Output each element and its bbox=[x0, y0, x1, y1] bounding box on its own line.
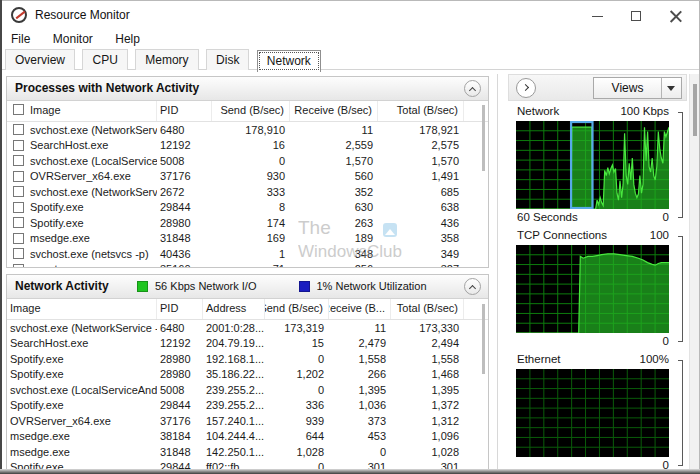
cell-send: 71 bbox=[212, 262, 290, 269]
table-row[interactable]: svchost.exe (NetworkService -p)64802001:… bbox=[7, 320, 488, 336]
column-receive[interactable]: Receive (B... bbox=[329, 299, 391, 319]
tab-network[interactable]: Network bbox=[257, 50, 321, 72]
column-address[interactable]: Address bbox=[203, 299, 265, 319]
processes-section-header[interactable]: Processes with Network Activity bbox=[7, 77, 488, 101]
cell-total: 1,570 bbox=[378, 153, 464, 169]
cell-total: 1,395 bbox=[391, 382, 464, 398]
tab-disk[interactable]: Disk bbox=[206, 49, 249, 70]
cell-receive: 11 bbox=[290, 122, 378, 138]
cell-pid: 29844 bbox=[157, 398, 203, 414]
network-graph[interactable] bbox=[516, 121, 669, 209]
cell-address: 157.240.1... bbox=[203, 413, 265, 429]
column-send[interactable]: Send (B/sec) bbox=[265, 299, 329, 319]
network-io-label: 56 Kbps Network I/O bbox=[155, 280, 257, 292]
cell-pid: 2672 bbox=[157, 184, 212, 200]
row-checkbox[interactable] bbox=[13, 186, 24, 197]
row-checkbox[interactable] bbox=[13, 140, 24, 151]
table-row[interactable]: Spotify.exe28980192.168.1...01,5581,558 bbox=[7, 351, 488, 367]
network-activity-section: Network Activity 56 Kbps Network I/O 1% … bbox=[6, 274, 489, 470]
row-checkbox[interactable] bbox=[13, 233, 24, 244]
row-checkbox[interactable] bbox=[13, 264, 24, 268]
table-row[interactable]: SearchHost.exe12192204.79.19...152,4792,… bbox=[7, 336, 488, 352]
views-dropdown-arrow[interactable] bbox=[661, 78, 681, 98]
processes-section: Processes with Network Activity Image PI… bbox=[6, 76, 489, 268]
tcp-connections-graph-block: TCP Connections 100 0 bbox=[508, 229, 687, 351]
menu-help[interactable]: Help bbox=[106, 29, 149, 49]
cell-pid: 6480 bbox=[157, 122, 212, 138]
table-row[interactable]: svchost.exe (LocalServiceAndNo...5008239… bbox=[7, 382, 488, 398]
table-row[interactable]: OVRServer_x64.exe37176157.240.1...939373… bbox=[7, 413, 488, 429]
row-checkbox[interactable] bbox=[13, 248, 24, 259]
tcp-connections-graph[interactable] bbox=[516, 245, 669, 333]
cell-total: 1,312 bbox=[391, 413, 464, 429]
minimize-icon bbox=[592, 16, 603, 17]
row-checkbox[interactable] bbox=[13, 155, 24, 166]
vertical-scrollbar[interactable] bbox=[689, 74, 699, 470]
table-row[interactable]: Spotify.exe29844ff02::fb...0301301 bbox=[7, 460, 488, 470]
minimize-button[interactable] bbox=[582, 5, 614, 27]
cell-total: 1,491 bbox=[378, 169, 464, 185]
row-checkbox[interactable] bbox=[13, 202, 24, 213]
tab-overview[interactable]: Overview bbox=[5, 49, 75, 70]
activity-section-header[interactable]: Network Activity 56 Kbps Network I/O 1% … bbox=[7, 275, 488, 299]
collapse-panel-button[interactable] bbox=[516, 78, 536, 98]
app-icon bbox=[11, 7, 27, 23]
table-row[interactable]: SearchHost.exe12192162,5592,575 bbox=[7, 138, 488, 154]
scrollbar-thumb[interactable] bbox=[693, 84, 697, 136]
table-row[interactable]: svchost.exe (LocalServiceAn...500801,570… bbox=[7, 153, 488, 169]
close-button[interactable] bbox=[660, 5, 692, 27]
table-row[interactable]: smartscreen.exe3516071256327 bbox=[7, 262, 488, 269]
maximize-button[interactable] bbox=[620, 5, 652, 27]
tab-memory[interactable]: Memory bbox=[135, 49, 198, 70]
collapse-chevron-icon[interactable] bbox=[464, 80, 481, 97]
cell-pid: 29844 bbox=[157, 200, 212, 216]
column-send[interactable]: Send (B/sec) bbox=[212, 101, 290, 121]
cell-total: 436 bbox=[378, 215, 464, 231]
table-row[interactable]: Spotify.exe29844239.255.2...3361,0361,37… bbox=[7, 398, 488, 414]
cell-address: ff02::fb... bbox=[203, 460, 265, 470]
table-row[interactable]: Spotify.exe298448630638 bbox=[7, 200, 488, 216]
table-row[interactable]: svchost.exe (NetworkService...2672333352… bbox=[7, 184, 488, 200]
network-graph-title: Network bbox=[517, 105, 559, 117]
ethernet-graph[interactable] bbox=[516, 369, 669, 457]
column-receive[interactable]: Receive (B/sec) bbox=[290, 101, 378, 121]
cell-receive: 453 bbox=[329, 429, 391, 445]
maximize-icon bbox=[631, 11, 641, 21]
cell-receive: 1,395 bbox=[329, 382, 391, 398]
menu-file[interactable]: File bbox=[2, 29, 39, 49]
cell-address: 35.186.22... bbox=[203, 367, 265, 383]
column-image[interactable]: Image bbox=[7, 299, 157, 319]
tcp-graph-max-label: 100 bbox=[650, 229, 669, 241]
table-row[interactable]: svchost.exe (NetworkService...6480178,91… bbox=[7, 122, 488, 138]
table-row[interactable]: svchost.exe (netsvcs -p)404361348349 bbox=[7, 246, 488, 262]
collapse-chevron-icon[interactable] bbox=[464, 278, 481, 295]
column-pid[interactable]: PID bbox=[157, 299, 203, 319]
cell-name: Spotify.exe bbox=[7, 398, 157, 414]
table-row[interactable]: Spotify.exe2898035.186.22...1,2022661,46… bbox=[7, 367, 488, 383]
table-row[interactable]: msedge.exe38184104.244.4...6444531,096 bbox=[7, 429, 488, 445]
select-all-checkbox[interactable] bbox=[13, 104, 24, 115]
table-row[interactable]: OVRServer_x64.exe371769305601,491 bbox=[7, 169, 488, 185]
column-total[interactable]: Total (B/sec) bbox=[391, 299, 464, 319]
processes-scrollbar[interactable] bbox=[482, 105, 485, 171]
graphs-panel-header: Views bbox=[508, 74, 687, 101]
cell-name: svchost.exe (NetworkService... bbox=[7, 122, 157, 138]
activity-scrollbar[interactable] bbox=[482, 304, 485, 374]
title-bar: Resource Monitor bbox=[2, 1, 699, 29]
table-row[interactable]: msedge.exe31848142.250.1...1,02801,028 bbox=[7, 444, 488, 460]
column-image[interactable]: Image bbox=[7, 101, 157, 121]
column-total[interactable]: Total (B/sec) bbox=[378, 101, 464, 121]
table-row[interactable]: msedge.exe31848169189358 bbox=[7, 231, 488, 247]
views-button[interactable]: Views bbox=[593, 77, 682, 99]
row-checkbox[interactable] bbox=[13, 171, 24, 182]
table-row[interactable]: Spotify.exe28980174263436 bbox=[7, 215, 488, 231]
row-checkbox[interactable] bbox=[13, 124, 24, 135]
cell-pid: 6480 bbox=[157, 320, 203, 336]
network-graph-block: Network 100 Kbps 60 Seconds 0 bbox=[508, 105, 687, 227]
tab-cpu[interactable]: CPU bbox=[82, 49, 127, 70]
panel-splitter[interactable] bbox=[497, 74, 498, 470]
row-checkbox[interactable] bbox=[13, 217, 24, 228]
menu-monitor[interactable]: Monitor bbox=[44, 29, 102, 49]
column-pid[interactable]: PID bbox=[157, 101, 212, 121]
activity-table-header: Image PID Address Send (B/sec) Receive (… bbox=[7, 299, 488, 320]
